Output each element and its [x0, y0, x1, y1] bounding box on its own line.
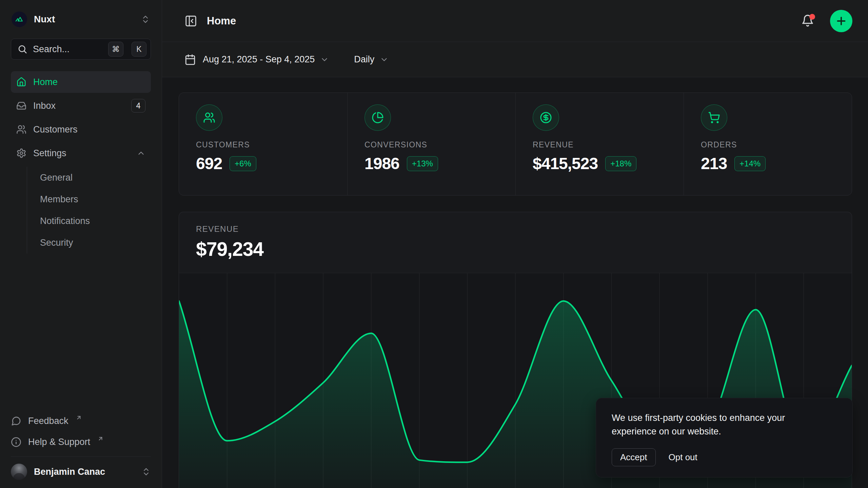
- stat-conversions: CONVERSIONS 1986 +13%: [347, 93, 515, 195]
- sidebar-footer: Feedback Help & Support: [0, 410, 162, 458]
- stat-label: CUSTOMERS: [196, 140, 334, 149]
- sidebar-item-general[interactable]: General: [36, 167, 151, 188]
- kbd-k: K: [132, 42, 146, 57]
- info-circle-icon: [11, 437, 21, 447]
- cookie-message: We use first-party cookies to enhance yo…: [612, 411, 822, 438]
- sidebar-item-settings[interactable]: Settings: [11, 142, 151, 164]
- revenue-label: REVENUE: [196, 224, 835, 234]
- user-menu[interactable]: Benjamin Canac: [0, 458, 162, 488]
- stat-icon-circle: [364, 104, 391, 131]
- accept-cookies-button[interactable]: Accept: [612, 448, 656, 466]
- calendar-icon: [184, 54, 196, 65]
- team-name: Nuxt: [34, 14, 55, 25]
- help-support-link[interactable]: Help & Support: [11, 431, 151, 452]
- stat-label: ORDERS: [701, 140, 838, 149]
- subnav-label: Security: [40, 238, 73, 248]
- kbd-command: ⌘: [108, 42, 123, 57]
- nuxt-logo-icon: [12, 12, 27, 27]
- stat-label: CONVERSIONS: [364, 140, 502, 149]
- sidebar-divider: [11, 456, 151, 457]
- cookie-banner: We use first-party cookies to enhance yo…: [596, 398, 853, 477]
- app-header: Home: [162, 0, 868, 42]
- sidebar-item-security[interactable]: Security: [36, 232, 151, 253]
- notification-dot: [809, 14, 815, 20]
- revenue-value: $79,234: [196, 238, 835, 260]
- message-circle-icon: [11, 416, 21, 426]
- sidebar-item-members[interactable]: Members: [36, 188, 151, 210]
- home-icon: [16, 77, 26, 87]
- subnav-label: Notifications: [40, 216, 90, 226]
- feedback-link[interactable]: Feedback: [11, 410, 151, 431]
- feedback-label: Feedback: [28, 416, 68, 426]
- stat-icon-circle: [196, 104, 222, 131]
- filters-toolbar: Aug 21, 2025 - Sep 4, 2025 Daily: [162, 42, 868, 77]
- chevrons-up-down-icon: [141, 467, 151, 476]
- stat-delta-badge: +13%: [407, 156, 438, 171]
- sidebar-item-home[interactable]: Home: [11, 71, 151, 93]
- arrow-up-right-icon: [97, 435, 104, 442]
- search-input[interactable]: ⌘ K: [11, 39, 151, 60]
- sidebar-nav: Home Inbox 4 Customers Settings General …: [0, 71, 162, 253]
- app: Nuxt ⌘ K Home Inbox 4 Customers: [0, 0, 868, 488]
- sidebar-item-customers[interactable]: Customers: [11, 119, 151, 140]
- gear-icon: [16, 148, 26, 158]
- circle-dollar-icon: [540, 111, 552, 124]
- stat-delta-badge: +18%: [605, 156, 636, 171]
- sidebar-toggle-button[interactable]: [184, 15, 197, 27]
- stat-delta-badge: +14%: [734, 156, 766, 171]
- chevron-down-icon: [380, 55, 389, 64]
- plus-icon: [835, 15, 847, 27]
- stat-customers: CUSTOMERS 692 +6%: [179, 93, 347, 195]
- stat-icon-circle: [701, 104, 727, 131]
- stat-revenue: REVENUE $415,523 +18%: [515, 93, 684, 195]
- team-selector[interactable]: Nuxt: [0, 0, 162, 29]
- create-button[interactable]: [830, 10, 852, 32]
- users-icon: [16, 124, 26, 135]
- sidebar-item-label: Customers: [33, 124, 78, 135]
- revenue-header: REVENUE $79,234: [179, 212, 852, 273]
- stat-icon-circle: [533, 104, 559, 131]
- sidebar-item-inbox[interactable]: Inbox 4: [11, 95, 151, 117]
- date-range-picker[interactable]: Aug 21, 2025 - Sep 4, 2025: [184, 54, 329, 65]
- settings-subnav: General Members Notifications Security: [27, 167, 151, 253]
- inbox-icon: [16, 101, 26, 111]
- shopping-cart-icon: [708, 111, 720, 124]
- users-icon: [203, 111, 215, 124]
- chevron-down-icon: [320, 55, 329, 64]
- avatar: [11, 464, 27, 480]
- arrow-up-right-icon: [76, 414, 82, 421]
- page-title: Home: [207, 15, 236, 27]
- panel-left-close-icon: [184, 15, 197, 27]
- stat-orders: ORDERS 213 +14%: [684, 93, 852, 195]
- search-field[interactable]: [33, 44, 103, 55]
- period-label: Daily: [354, 54, 374, 65]
- sidebar-item-label: Settings: [33, 148, 66, 159]
- sidebar: Nuxt ⌘ K Home Inbox 4 Customers: [0, 0, 162, 488]
- stat-value: 692: [196, 154, 222, 173]
- stat-label: REVENUE: [533, 140, 670, 149]
- opt-out-button[interactable]: Opt out: [669, 452, 697, 463]
- search-icon: [17, 44, 27, 54]
- inbox-count-badge: 4: [131, 99, 145, 113]
- period-select[interactable]: Daily: [354, 54, 389, 65]
- date-range-label: Aug 21, 2025 - Sep 4, 2025: [203, 54, 315, 65]
- stat-value: $415,523: [533, 154, 598, 173]
- chevrons-up-down-icon: [141, 15, 150, 24]
- help-support-label: Help & Support: [28, 437, 90, 447]
- sidebar-item-label: Home: [33, 77, 58, 87]
- sidebar-item-notifications[interactable]: Notifications: [36, 210, 151, 232]
- subnav-label: General: [40, 172, 73, 183]
- stat-value: 1986: [364, 154, 399, 173]
- header-actions: [801, 10, 852, 32]
- user-name: Benjamin Canac: [34, 467, 105, 477]
- subnav-label: Members: [40, 194, 78, 205]
- stat-delta-badge: +6%: [230, 156, 256, 171]
- stat-value: 213: [701, 154, 727, 173]
- pie-chart-icon: [372, 111, 384, 124]
- sidebar-item-label: Inbox: [33, 101, 56, 111]
- cookie-actions: Accept Opt out: [612, 448, 837, 466]
- notifications-button[interactable]: [801, 14, 814, 28]
- stats-row: CUSTOMERS 692 +6% CONVERSIONS 1986 +13%: [179, 93, 852, 196]
- chevron-up-icon: [137, 149, 145, 158]
